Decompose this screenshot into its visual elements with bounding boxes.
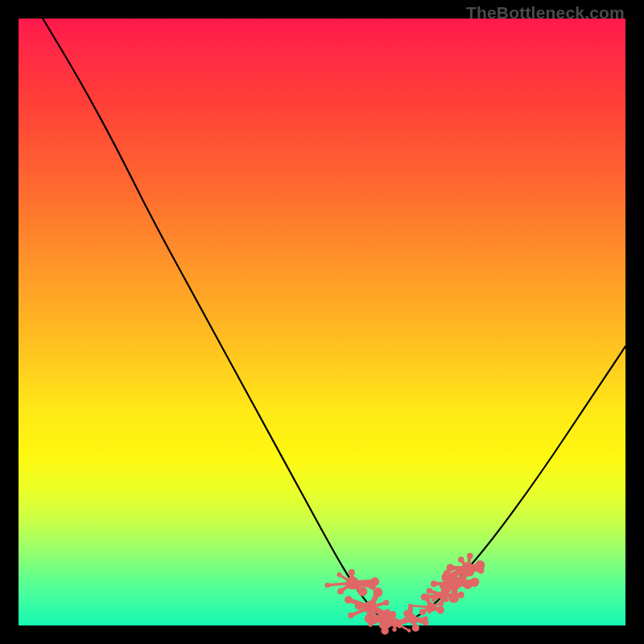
svg-point-6 bbox=[349, 569, 355, 576]
svg-point-19 bbox=[369, 623, 373, 627]
svg-point-3 bbox=[337, 588, 344, 595]
svg-point-25 bbox=[407, 629, 411, 632]
svg-point-71 bbox=[475, 560, 485, 570]
svg-point-51 bbox=[431, 597, 436, 601]
bottleneck-curve bbox=[43, 19, 625, 621]
svg-point-4 bbox=[324, 583, 329, 588]
svg-point-53 bbox=[427, 588, 433, 594]
watermark-text: TheBottleneck.com bbox=[466, 3, 625, 23]
svg-point-43 bbox=[419, 609, 426, 615]
svg-point-22 bbox=[385, 609, 390, 614]
svg-point-39 bbox=[423, 616, 428, 621]
svg-point-41 bbox=[436, 606, 444, 614]
svg-point-20 bbox=[369, 616, 377, 623]
svg-point-26 bbox=[392, 627, 396, 631]
svg-point-69 bbox=[458, 556, 464, 562]
svg-point-2 bbox=[357, 587, 367, 597]
svg-point-36 bbox=[390, 621, 396, 626]
svg-point-66 bbox=[461, 578, 467, 584]
svg-point-34 bbox=[412, 624, 419, 631]
svg-point-7 bbox=[370, 577, 379, 586]
svg-point-30 bbox=[390, 613, 395, 618]
bottleneck-plot bbox=[19, 19, 625, 625]
svg-point-70 bbox=[467, 553, 473, 559]
svg-point-68 bbox=[446, 564, 454, 572]
data-point-splats bbox=[324, 553, 485, 635]
svg-point-28 bbox=[379, 621, 386, 629]
svg-point-29 bbox=[378, 613, 384, 618]
svg-point-21 bbox=[366, 609, 370, 613]
svg-point-60 bbox=[431, 580, 437, 587]
svg-point-14 bbox=[373, 588, 382, 597]
svg-point-63 bbox=[470, 577, 480, 587]
svg-point-52 bbox=[421, 594, 427, 601]
svg-point-67 bbox=[441, 572, 452, 582]
svg-point-5 bbox=[336, 572, 341, 577]
svg-point-44 bbox=[408, 604, 412, 608]
svg-point-13 bbox=[345, 596, 353, 604]
svg-point-58 bbox=[448, 592, 459, 603]
svg-point-15 bbox=[383, 600, 389, 605]
svg-point-11 bbox=[348, 613, 353, 618]
svg-point-50 bbox=[439, 601, 444, 606]
chart-frame bbox=[19, 19, 625, 625]
